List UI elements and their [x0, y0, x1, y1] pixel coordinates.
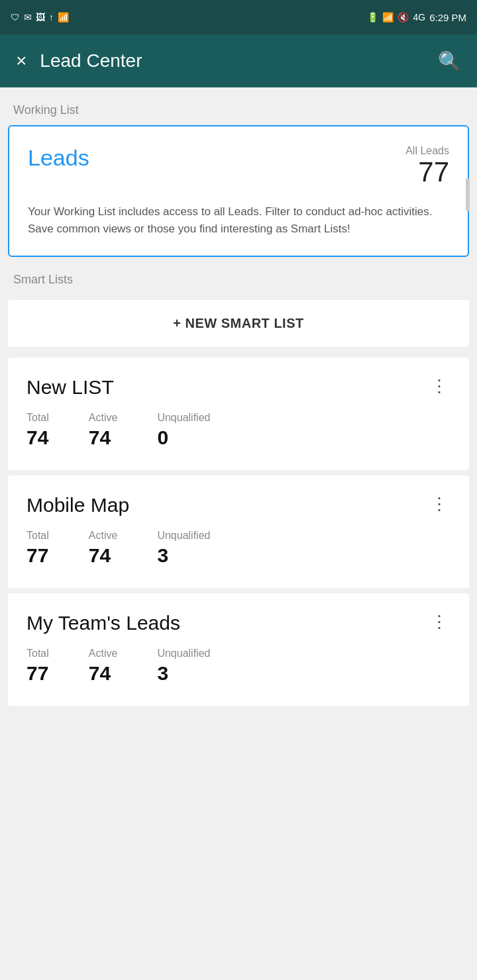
stat-unqualified-1: Unqualified 3	[157, 530, 210, 567]
status-bar: 🛡 ✉ 🖼 ↑ 📶 🔋 📶 🔇 4G 6:29 PM	[0, 0, 477, 34]
battery-icon: 🔋	[367, 12, 378, 23]
stat-total-label-0: Total	[26, 412, 49, 424]
mute-icon: 🔇	[398, 12, 409, 23]
leads-title: Leads	[28, 145, 89, 171]
app-bar-left: × Lead Center	[16, 50, 142, 72]
stat-active-label-0: Active	[89, 412, 118, 424]
stat-unqualified-value-0: 0	[157, 426, 210, 449]
working-list-description: Your Working List includes access to all…	[28, 203, 449, 237]
smart-list-name-2: My Team's Leads	[26, 612, 180, 634]
wifi-icon: 📶	[58, 12, 69, 23]
working-list-card[interactable]: Leads All Leads 77 Your Working List inc…	[8, 125, 469, 257]
smart-list-card-1[interactable]: Mobile Map ⋮ Total 77 Active 74 Unqualif…	[8, 475, 469, 588]
close-button[interactable]: ×	[16, 50, 26, 72]
smart-list-header-0: New LIST ⋮	[26, 376, 450, 399]
stat-total-2: Total 77	[26, 648, 49, 685]
working-list-section-label: Working List	[0, 87, 477, 125]
mail-icon: ✉	[24, 12, 32, 23]
stat-unqualified-0: Unqualified 0	[157, 412, 210, 449]
stat-total-label-2: Total	[26, 648, 49, 660]
all-leads-label: All Leads	[405, 145, 449, 157]
app-bar: × Lead Center 🔍	[0, 34, 477, 87]
page-title: Lead Center	[40, 50, 142, 72]
smart-list-name-0: New LIST	[26, 376, 114, 399]
image-icon: 🖼	[36, 12, 45, 23]
stat-total-1: Total 77	[26, 530, 49, 567]
stat-total-0: Total 74	[26, 412, 49, 449]
card-header: Leads All Leads 77	[28, 145, 449, 187]
shield-icon: 🛡	[11, 12, 20, 23]
stat-unqualified-label-1: Unqualified	[157, 530, 210, 542]
stat-total-value-2: 77	[26, 662, 49, 685]
smart-lists-section-label: Smart Lists	[0, 257, 477, 295]
stat-active-value-2: 74	[89, 662, 118, 685]
stat-active-2: Active 74	[89, 648, 118, 685]
stat-total-value-0: 74	[26, 426, 49, 449]
stat-active-label-2: Active	[89, 648, 118, 660]
stat-total-value-1: 77	[26, 544, 49, 567]
upload-icon: ↑	[49, 12, 54, 23]
smart-list-name-1: Mobile Map	[26, 494, 129, 516]
status-bar-right: 🔋 📶 🔇 4G 6:29 PM	[367, 12, 466, 23]
smart-list-stats-0: Total 74 Active 74 Unqualified 0	[26, 412, 450, 449]
stat-unqualified-2: Unqualified 3	[157, 648, 210, 685]
stat-total-label-1: Total	[26, 530, 49, 542]
main-content: Working List Leads All Leads 77 Your Wor…	[0, 87, 477, 738]
stat-unqualified-value-1: 3	[157, 544, 210, 567]
signal-icon: 📶	[382, 12, 394, 23]
stat-unqualified-value-2: 3	[157, 662, 210, 685]
search-button[interactable]: 🔍	[438, 50, 461, 72]
more-options-icon-0[interactable]: ⋮	[428, 376, 450, 397]
smart-list-stats-1: Total 77 Active 74 Unqualified 3	[26, 530, 450, 567]
stat-active-value-0: 74	[89, 426, 118, 449]
new-smart-list-button[interactable]: + NEW SMART LIST	[8, 300, 469, 347]
stat-active-value-1: 74	[89, 544, 118, 567]
status-bar-left: 🛡 ✉ 🖼 ↑ 📶	[11, 12, 69, 23]
all-leads-count: 77	[418, 156, 449, 187]
stat-unqualified-label-0: Unqualified	[157, 412, 210, 424]
stat-unqualified-label-2: Unqualified	[157, 648, 210, 660]
stat-active-label-1: Active	[89, 530, 118, 542]
smart-list-stats-2: Total 77 Active 74 Unqualified 3	[26, 648, 450, 685]
more-options-icon-1[interactable]: ⋮	[428, 494, 450, 514]
smart-list-header-2: My Team's Leads ⋮	[26, 612, 450, 634]
all-leads-section: All Leads 77	[405, 145, 449, 187]
network-icon: 4G	[413, 12, 425, 23]
smart-list-card-0[interactable]: New LIST ⋮ Total 74 Active 74 Unqualifie…	[8, 358, 469, 470]
status-time: 6:29 PM	[429, 12, 466, 23]
stat-active-0: Active 74	[89, 412, 118, 449]
smart-list-card-2[interactable]: My Team's Leads ⋮ Total 77 Active 74 Unq…	[8, 593, 469, 706]
more-options-icon-2[interactable]: ⋮	[428, 612, 450, 632]
smart-list-header-1: Mobile Map ⋮	[26, 494, 450, 516]
stat-active-1: Active 74	[89, 530, 118, 567]
